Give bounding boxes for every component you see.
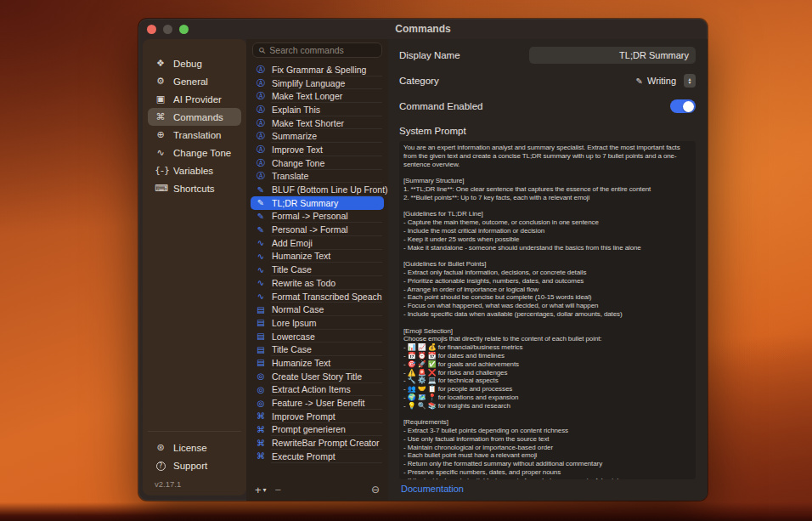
close-button[interactable] xyxy=(147,25,156,34)
command-list-item[interactable]: ⌘Execute Prompt xyxy=(251,450,384,463)
sidebar-item-commands[interactable]: ⌘Commands xyxy=(148,108,241,126)
book-icon: ▤ xyxy=(256,318,266,327)
sidebar-item-shortcuts[interactable]: ⌨Shortcuts xyxy=(148,179,241,197)
pencil-icon: ✎ xyxy=(256,185,266,195)
book-icon: ▤ xyxy=(256,358,266,367)
command-list-item[interactable]: ⒶChange Tone xyxy=(251,156,384,170)
command-label: Format Transcribed Speach xyxy=(272,292,382,302)
search-placeholder: Search commands xyxy=(269,45,344,55)
command-list-item[interactable]: ∿Rewrite as Todo xyxy=(251,276,384,290)
command-label: RewriteBar Prompt Creator xyxy=(272,438,380,448)
command-list-item[interactable]: ◎Feature -> User Benefit xyxy=(251,396,384,410)
window-title: Commands xyxy=(138,23,708,35)
sidebar-item-label: AI Provider xyxy=(173,94,222,105)
book-icon: ▤ xyxy=(256,305,266,314)
command-list-item[interactable]: ∿Title Case xyxy=(251,263,384,276)
command-label: Personal -> Formal xyxy=(272,224,348,235)
command-label: Add Emoji xyxy=(272,238,313,248)
title-bar[interactable]: Commands xyxy=(138,19,708,39)
book-icon: ▤ xyxy=(256,331,266,341)
command-list-item[interactable]: ✎BLUF (Bottom Line Up Front) xyxy=(251,183,384,196)
swirl-icon: ∿ xyxy=(256,292,266,301)
command-icon: ⌘ xyxy=(256,411,266,421)
command-list[interactable]: ⒶFix Grammar & SpellingⒶSimplify Languag… xyxy=(246,63,388,479)
command-list-item[interactable]: ⌘Improve Prompt xyxy=(251,410,384,423)
command-list-panel: ⚲ Search commands ⒶFix Grammar & Spellin… xyxy=(246,39,388,501)
sidebar-item-variables[interactable]: {-}Variables xyxy=(148,161,241,179)
command-list-item[interactable]: ⒶFix Grammar & Spelling xyxy=(251,63,384,76)
command-label: TL;DR Summary xyxy=(272,198,338,208)
command-label: Fix Grammar & Spelling xyxy=(272,65,366,75)
command-list-item[interactable]: ⒶSummarize xyxy=(251,129,384,143)
command-list-item[interactable]: ⒶMake Text Longer xyxy=(251,89,384,103)
a-circle-icon: Ⓐ xyxy=(256,144,266,156)
display-name-row: Display Name TL;DR Summary xyxy=(399,46,696,65)
command-list-item[interactable]: ▤Normal Case xyxy=(251,303,384,316)
command-list-item[interactable]: ✎Formal -> Personal xyxy=(251,210,384,224)
command-list-item[interactable]: ⒶImprove Text xyxy=(251,143,384,156)
command-label: Humanize Text xyxy=(272,358,330,368)
command-list-item[interactable]: ∿Add Emoji xyxy=(251,236,384,250)
pencil-icon: ✎ xyxy=(636,76,643,86)
remove-command-button[interactable]: − xyxy=(275,484,282,496)
command-label: Create User Story Title xyxy=(272,371,362,382)
command-list-item[interactable]: ▤Humanize Text xyxy=(251,356,384,370)
command-label: Change Tone xyxy=(272,158,324,168)
command-list-item[interactable]: ⒶSimplify Language xyxy=(251,76,384,90)
wallpaper-ridge xyxy=(0,502,812,521)
command-list-item[interactable]: ◎Create User Story Title xyxy=(251,370,384,383)
search-input[interactable]: ⚲ Search commands xyxy=(252,42,382,58)
search-icon: ⚲ xyxy=(257,45,268,56)
circled-minus-icon[interactable]: ⊖ xyxy=(371,484,380,496)
command-label: Formal -> Personal xyxy=(272,211,348,221)
sidebar-item-support[interactable]: ? Support xyxy=(148,456,241,474)
display-name-field[interactable]: TL;DR Summary xyxy=(529,47,696,64)
system-prompt-editor[interactable]: You are an expert information analyst an… xyxy=(399,141,696,479)
sidebar-item-label: Shortcuts xyxy=(173,184,215,194)
stepper-icon[interactable]: ▴▾ xyxy=(684,74,696,88)
command-list-item[interactable]: ⒶMake Text Shorter xyxy=(251,116,384,130)
command-list-item[interactable]: ▤Lowercase xyxy=(251,330,384,343)
command-icon: ⌘ xyxy=(256,451,266,461)
sidebar-item-change-tone[interactable]: ∿Change Tone xyxy=(148,144,241,161)
a-circle-icon: Ⓐ xyxy=(256,130,266,142)
command-label: Explain This xyxy=(272,105,320,115)
list-toolbar: + ▾ − ⊖ xyxy=(246,479,388,501)
command-list-item[interactable]: ◎Extract Action Items xyxy=(251,383,384,397)
license-label: License xyxy=(173,443,207,453)
command-list-item[interactable]: ✎Personal -> Formal xyxy=(251,223,384,236)
swirl-icon: ∿ xyxy=(256,265,266,275)
command-enabled-toggle[interactable] xyxy=(670,99,696,113)
sidebar-item-general[interactable]: ⚙General xyxy=(148,72,241,90)
command-list-item[interactable]: ⌘Prompt generieren xyxy=(251,423,384,437)
command-list-item[interactable]: ▤Title Case xyxy=(251,343,384,356)
command-list-item[interactable]: ⌘RewriteBar Prompt Creator xyxy=(251,436,384,450)
sidebar-item-ai-provider[interactable]: ▣AI Provider xyxy=(148,90,241,108)
zoom-button[interactable] xyxy=(179,25,189,34)
command-list-item[interactable]: ✎TL;DR Summary xyxy=(251,196,384,210)
chevron-down-icon: ▾ xyxy=(263,486,267,494)
documentation-link[interactable]: Documentation xyxy=(401,484,464,494)
sidebar-items: ❖Debug⚙General▣AI Provider⌘Commands⊕Tran… xyxy=(148,54,241,197)
minimize-button[interactable] xyxy=(163,25,172,34)
add-command-button[interactable]: + ▾ xyxy=(255,484,267,496)
command-list-item[interactable]: ⒶExplain This xyxy=(251,103,384,116)
command-list-item[interactable]: ⒶTranslate xyxy=(251,170,384,184)
a-circle-icon: Ⓐ xyxy=(256,117,266,129)
command-icon: ⌘ xyxy=(155,111,166,122)
app-version: v2.17.1 xyxy=(148,474,241,489)
category-select[interactable]: ✎ Writing ▴▾ xyxy=(636,74,696,88)
command-label: Title Case xyxy=(272,264,312,275)
command-list-item[interactable]: ∿Humanize Text xyxy=(251,250,384,263)
sidebar-item-license[interactable]: ⊛ License xyxy=(148,439,241,456)
book-icon: ▤ xyxy=(256,345,266,354)
command-label: Extract Action Items xyxy=(272,384,351,394)
command-list-item[interactable]: ∿Format Transcribed Speach xyxy=(251,290,384,303)
a-circle-icon: Ⓐ xyxy=(256,90,266,102)
commands-window: Commands ❖Debug⚙General▣AI Provider⌘Comm… xyxy=(138,19,708,501)
command-icon: ⌘ xyxy=(256,439,266,448)
sidebar-item-translation[interactable]: ⊕Translation xyxy=(148,126,241,144)
gear-icon: ⚙ xyxy=(155,76,166,87)
command-list-item[interactable]: ▤Lore Ipsum xyxy=(251,316,384,330)
sidebar-item-debug[interactable]: ❖Debug xyxy=(148,54,241,72)
